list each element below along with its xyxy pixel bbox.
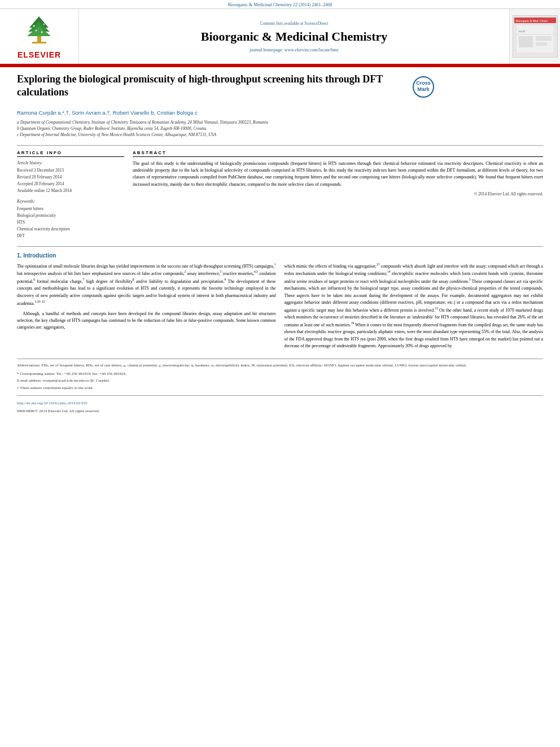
keyword-4: Chemical reactivity descriptors [17, 226, 124, 233]
svg-point-8 [41, 31, 43, 33]
svg-text:Bioorganic & Med. Chem.: Bioorganic & Med. Chem. [516, 19, 548, 23]
article-dates: Received 3 December 2013 Revised 20 Febr… [17, 167, 124, 194]
elsevier-wordmark: ELSEVIER [18, 50, 61, 59]
footer-divider [17, 395, 543, 396]
journal-citation: Bioorganic & Medicinal Chemistry 22 (201… [228, 2, 333, 7]
svg-rect-17 [536, 42, 547, 46]
journal-homepage: journal homepage: www.elsevier.com/locat… [250, 47, 339, 53]
elsevier-tree-icon [24, 14, 55, 48]
available-date: Available online 12 March 2014 [17, 187, 124, 194]
journal-header: ELSEVIER Contents lists available at Sci… [0, 9, 560, 65]
keyword-5: DFT [17, 233, 124, 239]
introduction-heading: 1. Introduction [17, 252, 543, 259]
abbreviations-note: Abbreviations: FHs, set of frequent hitt… [17, 362, 543, 369]
article-info-heading: ARTICLE INFO [17, 150, 124, 157]
history-label: Article history: [17, 160, 124, 165]
introduction-section: 1. Introduction The optimization of smal… [17, 252, 543, 353]
corresponding-author-note: * Corresponding author. Tel.: +40 256 49… [17, 371, 543, 377]
abstract-panel: ABSTRACT The goal of this study is the u… [133, 150, 543, 239]
article-divider-bottom [17, 246, 543, 247]
elsevier-logo: ELSEVIER [18, 14, 61, 59]
footer-notes: Abbreviations: FHs, set of frequent hitt… [17, 359, 543, 414]
affiliation-b: b Quantum Organic Chemistry Group, Ruđer… [17, 125, 543, 132]
keyword-2: Biological promiscuity [17, 212, 124, 219]
authors-line: Ramona Curpăn a,*,†, Sorin Avram a,†, Ro… [17, 110, 543, 116]
contents-link: Contents lists available at ScienceDirec… [260, 21, 329, 26]
keyword-1: Frequent hitters [17, 206, 124, 212]
affiliation-c: c Department of Internal Medicine, Unive… [17, 132, 543, 138]
svg-text:Cross: Cross [416, 80, 431, 86]
introduction-columns: The optimization of small molecule libra… [17, 262, 543, 353]
affiliation-a: a Department of Computational Chemistry,… [17, 119, 543, 125]
svg-point-7 [36, 30, 37, 32]
copyright-notice: © 2014 Elsevier Ltd. All rights reserved… [133, 191, 543, 196]
doi-link[interactable]: http://dx.doi.org/10.1016/j.bmc.2014.02.… [17, 400, 543, 407]
svg-rect-16 [536, 36, 552, 41]
intro-para-2: Although, a handful of methods and conce… [17, 311, 276, 331]
journal-thumbnail: Bioorganic & Med. Chem. Vol 22 [509, 9, 560, 64]
revised-date: Revised 20 February 2014 [17, 174, 124, 181]
intro-para-3: which mimic the effects of binding via a… [285, 262, 544, 350]
paper-title: Exploring the biological promiscuity of … [17, 73, 412, 99]
svg-text:Mark: Mark [417, 86, 430, 92]
journal-cover-thumbnail: Bioorganic & Med. Chem. Vol 22 [513, 15, 558, 58]
intro-col-left: The optimization of small molecule libra… [17, 262, 276, 353]
intro-col-right: which mimic the effects of binding via a… [285, 262, 544, 353]
abstract-text: The goal of this study is the understand… [133, 160, 543, 189]
paper-content: Exploring the biological promiscuity of … [0, 67, 560, 422]
svg-point-6 [43, 24, 45, 25]
issn-notice: 0968-0896/© 2014 Elsevier Ltd. All right… [17, 408, 543, 414]
received-date: Received 3 December 2013 [17, 167, 124, 174]
svg-rect-15 [519, 36, 533, 47]
keyword-3: HTS [17, 219, 124, 226]
affiliations: a Department of Computational Chemistry,… [17, 119, 543, 138]
accepted-date: Accepted 28 February 2014 [17, 181, 124, 187]
email-note: E-mail address: rcurpan@acad-icht.tm.edu… [17, 378, 543, 384]
svg-point-5 [33, 25, 35, 27]
svg-text:Vol 22: Vol 22 [519, 30, 526, 33]
article-metadata-body: ARTICLE INFO Article history: Received 3… [17, 150, 543, 239]
article-divider-top [17, 145, 543, 146]
keywords-label: Keywords: [17, 199, 124, 204]
equal-contribution-note: † These authors contributed equally to t… [17, 385, 543, 391]
journal-title-area: Contents lists available at ScienceDirec… [79, 9, 509, 64]
journal-title: Bioorganic & Medicinal Chemistry [201, 29, 388, 44]
intro-para-1: The optimization of small molecule libra… [17, 262, 276, 307]
journal-bar: Bioorganic & Medicinal Chemistry 22 (201… [0, 0, 560, 9]
keywords-list: Frequent hitters Biological promiscuity … [17, 206, 124, 239]
crossmark-badge[interactable]: Cross Mark [412, 76, 435, 99]
article-info-panel: ARTICLE INFO Article history: Received 3… [17, 150, 124, 239]
svg-rect-1 [32, 42, 46, 43]
abstract-heading: ABSTRACT [133, 150, 543, 157]
publisher-logo-area: ELSEVIER [0, 9, 79, 64]
